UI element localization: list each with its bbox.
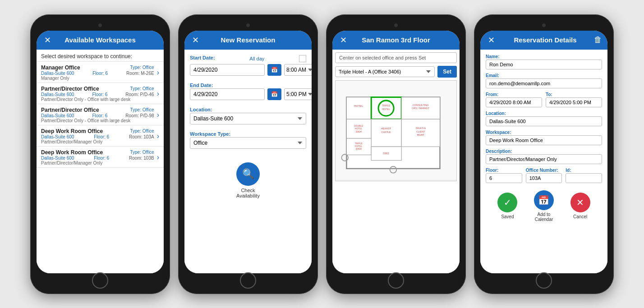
svg-text:3304: 3304 xyxy=(355,129,362,133)
workspace-item-loc: Dallas-Suite 600 xyxy=(41,71,74,76)
office-dropdown[interactable]: Triple Hotel - A (Office 3406) xyxy=(335,66,435,77)
from-to-row: From: To: xyxy=(486,92,602,107)
workspace-item-loc: Dallas-Suite 600 xyxy=(41,134,74,139)
workspace-item-floor: Floor: 6 xyxy=(94,134,109,139)
phone-1-screen: ✕ Available Workspaces Select desired wo… xyxy=(37,31,164,273)
workspace-item-sub: Partner/Director Only - Office with larg… xyxy=(41,97,154,102)
phones-container: ✕ Available Workspaces Select desired wo… xyxy=(30,14,614,294)
phone-2-home-bar xyxy=(184,273,312,288)
end-date-label: End Date: xyxy=(190,83,213,88)
workspace-item-type: Type: Office xyxy=(130,129,154,133)
phone-4-header: ✕ Reservation Details 🗑 xyxy=(480,31,607,50)
chevron-right-icon: › xyxy=(157,111,159,119)
workspace-item-title: Partner/Director Office xyxy=(41,107,99,113)
chevron-right-icon: › xyxy=(157,69,159,77)
trash-icon[interactable]: 🗑 xyxy=(594,35,602,45)
id-input[interactable] xyxy=(566,173,602,183)
calendar-icon[interactable]: 📅 xyxy=(267,64,281,76)
office-number-input[interactable] xyxy=(526,173,562,183)
end-date-input[interactable] xyxy=(190,88,265,100)
from-field: From: xyxy=(486,92,542,107)
end-date-row: 📅 5:00 PM ▾ xyxy=(190,88,306,100)
svg-text:OPS / MARKET: OPS / MARKET xyxy=(412,107,430,110)
phone-1-app: ✕ Available Workspaces Select desired wo… xyxy=(37,31,164,273)
svg-text:CONSULTING: CONSULTING xyxy=(413,104,428,106)
name-field: Name: xyxy=(486,54,602,69)
phone-3-body: Center on selected office and press Set … xyxy=(332,50,460,273)
set-button[interactable]: Set xyxy=(437,66,457,78)
office-number-field: Office Number: xyxy=(526,168,562,183)
floor-input[interactable] xyxy=(486,173,522,183)
add-to-calendar-button[interactable]: 📅 Add toCalendar xyxy=(534,190,554,222)
svg-text:3303: 3303 xyxy=(355,147,362,150)
workspace-item[interactable]: Deep Work Room Office Type: Office Dalla… xyxy=(37,125,164,147)
close-icon[interactable]: ✕ xyxy=(486,35,497,45)
calendar-icon[interactable]: 📅 xyxy=(267,88,281,100)
workspace-item-floor: Floor: 6 xyxy=(92,113,107,118)
check-availability-button[interactable]: 🔍 CheckAvailability xyxy=(190,162,306,198)
name-label: Name: xyxy=(486,54,602,59)
workspace-item-details-row: Dallas-Suite 600 Floor: 6 Room: P/D-46 xyxy=(41,92,154,97)
location-select[interactable]: Dallas-Suite 600 xyxy=(190,113,306,124)
workspace-item[interactable]: Partner/Director Office Type: Office Dal… xyxy=(37,104,164,125)
workspace-input[interactable] xyxy=(486,135,602,145)
workspace-item-loc: Dallas-Suite 600 xyxy=(41,113,74,118)
close-icon[interactable]: ✕ xyxy=(338,35,349,45)
workspace-item-title: Manager Office xyxy=(41,64,80,71)
home-button[interactable] xyxy=(240,272,256,289)
workspace-item-content: Deep Work Room Office Type: Office Dalla… xyxy=(41,128,154,144)
workspace-item[interactable]: Manager Office Type: Office Dallas-Suite… xyxy=(37,62,164,83)
saved-button[interactable]: ✓ Saved xyxy=(497,193,517,219)
workspace-item[interactable]: Deep Work Room Office Type: Office Dalla… xyxy=(37,147,164,168)
workspace-item-type: Type: Office xyxy=(130,86,154,91)
cancel-icon: ✕ xyxy=(570,193,590,212)
office-selector-row: Triple Hotel - A (Office 3406) Set xyxy=(335,66,457,78)
home-button[interactable] xyxy=(92,272,108,289)
phone-3-header: ✕ San Ramon 3rd Floor xyxy=(332,31,460,50)
phone-1-notch xyxy=(37,21,164,31)
floor-office-id-row: Floor: Office Number: Id: xyxy=(486,168,602,183)
floor-field: Floor: xyxy=(486,168,522,183)
workspace-subtitle: Select desired workspace to continue: xyxy=(37,50,164,62)
phone-4-notch xyxy=(480,21,607,31)
workspace-item-row: Manager Office Type: Office xyxy=(41,64,154,71)
cancel-button[interactable]: ✕ Cancel xyxy=(570,193,590,219)
chevron-right-icon: › xyxy=(157,153,159,161)
name-input[interactable] xyxy=(486,60,602,69)
chevron-right-icon: › xyxy=(157,90,159,98)
phone-3-app: ✕ San Ramon 3rd Floor Center on selected… xyxy=(332,31,460,273)
workspace-item-room: Room: M-26E xyxy=(126,71,154,76)
svg-text:HEARST: HEARST xyxy=(381,127,391,130)
home-button[interactable] xyxy=(388,272,404,289)
to-input[interactable] xyxy=(546,97,602,107)
workspace-item-loc: Dallas-Suite 600 xyxy=(41,92,74,97)
saved-icon: ✓ xyxy=(497,193,517,212)
all-day-checkbox[interactable] xyxy=(299,55,306,62)
phone-2-body: Start Date: All day 📅 8:00 AM ▾ xyxy=(184,50,312,273)
workspace-item-room: Room: 103A xyxy=(129,134,154,139)
start-time-select[interactable]: 8:00 AM xyxy=(284,64,312,76)
location-input[interactable] xyxy=(486,116,602,126)
close-icon[interactable]: ✕ xyxy=(190,35,201,45)
calendar-icon: 📅 xyxy=(534,190,554,210)
description-input[interactable] xyxy=(486,154,602,164)
workspace-item-row: Deep Work Room Office Type: Office xyxy=(41,149,154,156)
to-field: To: xyxy=(546,92,602,107)
start-date-input[interactable] xyxy=(190,64,265,76)
workspace-item[interactable]: Partner/Director Office Type: Office Dal… xyxy=(37,83,164,104)
home-button[interactable] xyxy=(536,272,552,289)
svg-text:MGMT: MGMT xyxy=(417,133,424,136)
workspace-item-room: Room: P/D-98 xyxy=(125,113,154,118)
from-input[interactable] xyxy=(486,97,542,107)
end-time-select[interactable]: 5:00 PM xyxy=(284,88,312,100)
id-label: Id: xyxy=(566,168,602,173)
workspace-type-select[interactable]: Office xyxy=(190,137,306,149)
phone-1-home-bar xyxy=(37,273,164,288)
close-icon[interactable]: ✕ xyxy=(42,35,53,45)
email-input[interactable] xyxy=(486,78,602,88)
svg-rect-17 xyxy=(401,119,440,147)
location-field: Location: xyxy=(486,111,602,126)
phone-3-notch xyxy=(332,21,460,31)
to-label: To: xyxy=(546,92,602,97)
add-calendar-label: Add toCalendar xyxy=(535,212,553,222)
